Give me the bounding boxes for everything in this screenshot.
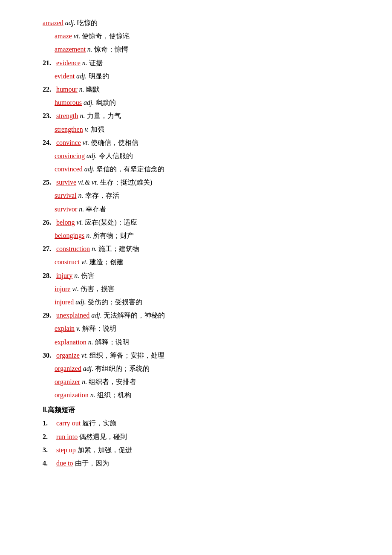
phrase-entry: 3.step up加紧，加强，促进 [43,444,349,456]
entry-word: convince [56,137,81,148]
entry-word: amazement [55,43,86,55]
entry-meaning: 解释；说明 [95,336,129,348]
entry-word: explain [55,323,75,334]
entry-pos: n. [82,376,87,387]
vocabulary-entry-30-organize: 30.organizevt.组织，筹备；安排，处理 [43,350,349,361]
entry-pos: n. [78,190,84,201]
entry-meaning: 应在(某处)；适应 [85,217,137,228]
entry-meaning: 使确信，使相信 [91,137,138,148]
entry-pos: vt. [72,283,79,295]
entry-pos: vt. [83,137,89,148]
entry-word: strength [56,110,78,121]
entry-meaning: 令人信服的 [99,150,133,162]
entry-word: survivor [55,203,77,215]
entry-word: humorous [55,97,82,108]
phrase-entry: 2.run into偶然遇见，碰到 [43,431,349,442]
phrase-meaning: 由于，因为 [75,457,109,469]
entry-meaning: 解释；说明 [82,323,116,334]
vocabulary-entry-humorous: humorousadj.幽默的 [55,97,349,108]
entry-pos: vt. [74,30,81,42]
phrase-meaning: 履行，实施 [82,417,116,429]
phrase-word: carry out [56,417,81,429]
entry-pos: adj. [86,150,97,162]
entry-word: construct [55,256,80,268]
phrase-number: 3. [43,444,55,456]
vocabulary-entry-construct: constructvt.建造；创建 [55,256,349,268]
vocabulary-entry-belongings: belongingsn.所有物；财产 [55,230,349,241]
entry-pos: n. [86,230,91,241]
phrase-entry: 1.carry out履行，实施 [43,417,349,429]
entry-pos: adj. [83,363,93,374]
entry-pos: adj. [84,163,95,175]
entry-pos: adj. [84,97,94,108]
entry-meaning: 伤害 [81,270,95,281]
entry-word: organizer [55,376,80,387]
entry-meaning: 幸存者 [86,203,106,215]
content: amazedadj.吃惊的amazevt.使惊奇，使惊诧amazementn.惊… [43,17,349,469]
entry-pos: n. [80,110,85,121]
vocabulary-entry-survivor: survivorn.幸存者 [55,203,349,215]
entry-meaning: 生存；挺过(难关) [100,176,153,188]
entry-meaning: 使惊奇，使惊诧 [82,30,130,42]
entry-number: 24. [43,137,55,148]
entry-meaning: 所有物；财产 [93,230,134,241]
entry-pos: n. [92,243,97,254]
vocabulary-entry-26-belong: 26.belongvi.应在(某处)；适应 [43,217,349,228]
vocabulary-entry-strengthen: strengthenv.加强 [55,124,349,135]
vocabulary-entry-survival: survivaln.幸存，存活 [55,190,349,201]
entry-number: 23. [43,110,55,121]
entry-number: 29. [43,309,55,321]
entry-pos: n. [74,270,79,281]
entry-word: survive [56,176,76,188]
entry-pos: vi.& vt. [78,176,98,188]
entry-meaning: 力量，力气 [87,110,121,121]
vocabulary-entry-29-unexplained: 29.unexplainedadj.无法解释的，神秘的 [43,309,349,321]
entry-number: 25. [43,176,55,188]
vocabulary-entry-explanation: explanationn.解释；说明 [55,336,349,348]
phrase-meaning: 加紧，加强，促进 [78,444,132,456]
entry-meaning: 组织；机构 [97,389,131,401]
vocabulary-entry-convincing: convincingadj.令人信服的 [55,150,349,162]
entry-word: strengthen [55,124,83,135]
entry-meaning: 惊奇；惊愕 [94,43,128,55]
vocabulary-entry-injured: injuredadj.受伤的；受损害的 [55,296,349,308]
phrase-meaning: 偶然遇见，碰到 [79,431,127,442]
entry-number: 28. [43,270,55,281]
phrase-number: 4. [43,457,55,469]
entry-meaning: 幸存，存活 [85,190,119,201]
entry-word: construction [56,243,90,254]
vocabulary-entry-injure: injurevt.伤害，损害 [55,283,349,295]
entry-pos: v. [76,323,81,334]
entry-pos: vt. [81,350,88,361]
entry-pos: n. [87,43,92,55]
vocabulary-entry-amazement: amazementn.惊奇；惊愕 [55,43,349,55]
entry-meaning: 建造；创建 [89,256,124,268]
entry-word: organized [55,363,81,374]
vocabulary-entry-organization: organizationn.组织；机构 [55,389,349,401]
entry-pos: vi. [77,217,84,228]
entry-meaning: 受伤的；受损害的 [88,296,142,308]
entry-word: amaze [55,30,72,42]
phrase-word: step up [56,444,76,456]
entry-word: convincing [55,150,85,162]
section-title-phrases: Ⅱ.高频短语 [43,406,349,415]
vocabulary-entry-organized: organizedadj.有组织的；系统的 [55,363,349,374]
vocabulary-entry-28-injury: 28.injuryn.伤害 [43,270,349,281]
phrase-word: due to [56,457,73,469]
entry-meaning: 明显的 [89,70,109,82]
vocabulary-entry-24-convince: 24.convincevt.使确信，使相信 [43,137,349,148]
entry-number: 22. [43,84,55,95]
vocabulary-entry-23-strength: 23.strengthn.力量，力气 [43,110,349,121]
entry-meaning: 吃惊的 [77,17,98,29]
entry-pos: n. [79,84,84,95]
entry-word: explanation [55,336,86,348]
entry-meaning: 幽默的 [95,97,116,108]
entry-meaning: 组织，筹备；安排，处理 [89,350,164,361]
entry-word: evidence [56,57,81,69]
entry-word: belong [56,217,75,228]
phrase-number: 2. [43,431,55,442]
entry-meaning: 加强 [91,124,104,135]
entry-pos: n. [90,389,95,401]
entry-pos: v. [85,124,89,135]
entry-meaning: 伤害，损害 [81,283,115,295]
